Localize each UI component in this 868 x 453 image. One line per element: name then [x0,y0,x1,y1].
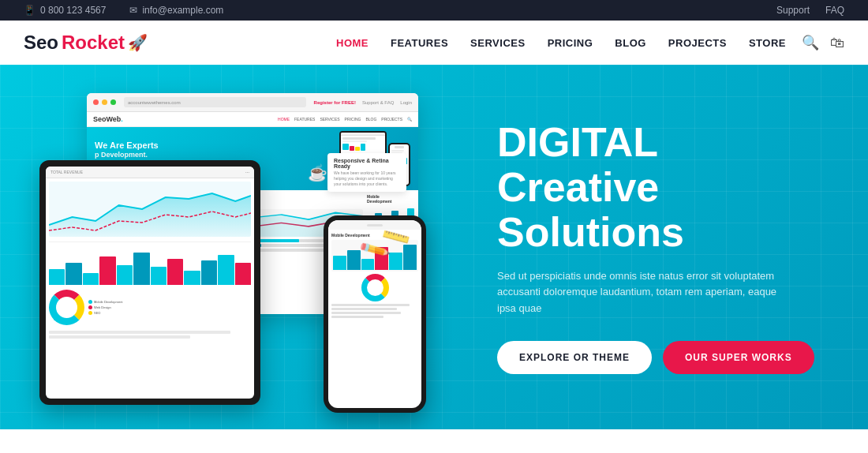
inner-hero-h2: p Development. [95,151,300,159]
inner-logo: SeoWeb. [93,115,123,123]
logo[interactable]: SeoRocket 🚀 [24,32,148,54]
browser-url: accountwwwthemes.com [124,97,306,107]
hero-title-line1: DIGITAL [497,120,829,165]
inner-nav-home: HOME [278,117,290,122]
tablet-line-chart-area [46,178,254,240]
navbar: SeoRocket 🚀 HOME FEATURES SERVICES PRICI… [0,21,868,65]
logo-rocket: Rocket [62,32,125,54]
email-icon: ✉ [129,5,137,16]
legend-mobile: Mobile Development [94,300,122,304]
works-button[interactable]: OUR SUPER WORKS [663,341,814,374]
email-address: info@example.com [142,5,223,16]
phone-donut-area [331,274,418,301]
hero-title-line2: Creative Solutions [497,165,829,255]
nav-link-features[interactable]: FEATURES [391,37,448,49]
tablet-bars-area [46,240,254,286]
hero-buttons: EXPLORE OR THEME OUR SUPER WORKS [497,341,829,374]
top-bar: 📱 0 800 123 4567 ✉ info@example.com Supp… [0,0,868,21]
coffee-icon: ☕ [308,163,327,182]
hero-devices: accountwwwthemes.com Register for FREE! … [39,81,450,413]
phone-donut [361,274,389,301]
responsive-label: Responsive & Retina Ready We have been w… [327,153,406,192]
tablet-donut-area: Mobile Development Web Design SEO [46,286,254,328]
inner-navbar: SeoWeb. HOME FEATURES SERVICES PRICING B… [87,112,418,127]
tablet-text-lines [46,328,254,341]
inner-hero-h1: We Are Experts [95,140,300,151]
inner-nav-services: SERVICES [320,117,339,122]
faq-link[interactable]: FAQ [825,5,844,16]
nav-link-pricing[interactable]: PRICING [548,37,593,49]
nav-links: HOME FEATURES SERVICES PRICING BLOG PROJ… [336,37,786,49]
phone-text [331,304,418,318]
hero-text: DIGITAL Creative Solutions Sed ut perspi… [481,120,829,374]
hero-content: accountwwwthemes.com Register for FREE! … [0,81,868,413]
phone-icon: 📱 [24,5,36,16]
tablet-header-title: TOTAL REVENUE [51,170,83,174]
text-line-2 [49,335,190,339]
top-bar-right: Support FAQ [776,5,844,16]
support-link[interactable]: Support [776,5,810,16]
search-icon[interactable]: 🔍 [802,34,819,51]
explore-button[interactable]: EXPLORE OR THEME [497,341,652,374]
inner-nav-blog: BLOG [365,117,376,122]
inner-nav-features: FEATURES [294,117,315,122]
tablet-donut-legend: Mobile Development Web Design SEO [88,300,122,315]
browser-chrome: accountwwwthemes.com Register for FREE! … [87,93,418,112]
tablet-header-options: ⋯ [245,170,249,174]
dot-green [110,99,116,105]
nav-link-blog[interactable]: BLOG [615,37,646,49]
phone-number: 0 800 123 4567 [40,5,106,16]
phone-item: 📱 0 800 123 4567 [24,5,106,16]
rocket-icon: 🚀 [128,33,148,52]
responsive-title: Responsive & Retina Ready [334,158,400,169]
nav-link-services[interactable]: SERVICES [470,37,526,49]
cart-icon[interactable]: 🛍 [830,35,844,51]
tablet-screen: TOTAL REVENUE ⋯ [46,167,254,399]
nav-link-store[interactable]: STORE [749,37,786,49]
tablet-mockup: TOTAL REVENUE ⋯ [39,160,260,405]
hero-desc: Sed ut perspiciatis unde omnis iste natu… [497,268,797,317]
logo-seo: Seo [24,32,58,54]
tablet-header: TOTAL REVENUE ⋯ [46,167,254,178]
email-item: ✉ info@example.com [129,5,223,16]
inner-nav-projects: PROJECTS [381,117,402,122]
inner-stats-right-title: MobileDevelopment [367,194,414,204]
tablet-donut [49,290,84,325]
responsive-text: We have been working for 10 years helpin… [334,170,400,187]
nav-link-projects[interactable]: PROJECTS [668,37,727,49]
dot-red [93,99,99,105]
inner-nav-pricing: PRICING [345,117,361,122]
legend-seo: SEO [94,311,100,315]
text-line-1 [49,331,230,334]
hero-section: accountwwwthemes.com Register for FREE! … [0,65,868,429]
tablet-bars [49,241,251,285]
nav-icons: 🔍 🛍 [802,34,844,51]
inner-nav-search: 🔍 [407,117,412,122]
phone-status [328,220,421,230]
legend-web: Web Design [94,305,111,309]
inner-nav-links: HOME FEATURES SERVICES PRICING BLOG PROJ… [278,117,412,122]
hero-title: DIGITAL Creative Solutions [497,120,829,256]
nav-link-home[interactable]: HOME [336,37,369,49]
svg-marker-1 [49,193,251,237]
dot-yellow [102,99,107,105]
tablet-line-chart [49,182,251,237]
